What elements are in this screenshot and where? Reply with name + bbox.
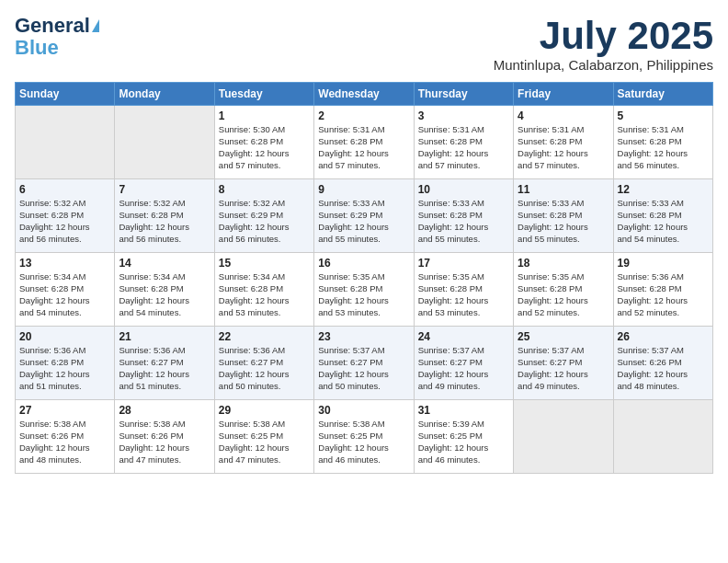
month-title: July 2025	[494, 15, 713, 57]
weekday-header: Thursday	[414, 83, 513, 106]
day-info: Sunrise: 5:39 AM Sunset: 6:25 PM Dayligh…	[418, 419, 509, 465]
weekday-header-row: SundayMondayTuesdayWednesdayThursdayFrid…	[16, 83, 713, 106]
calendar-cell: 8Sunrise: 5:32 AM Sunset: 6:29 PM Daylig…	[214, 179, 313, 253]
calendar-cell: 28Sunrise: 5:38 AM Sunset: 6:26 PM Dayli…	[115, 400, 214, 474]
day-number: 24	[418, 330, 509, 343]
calendar-cell: 3Sunrise: 5:31 AM Sunset: 6:28 PM Daylig…	[414, 106, 513, 179]
calendar-cell	[115, 106, 214, 179]
calendar-cell: 31Sunrise: 5:39 AM Sunset: 6:25 PM Dayli…	[414, 400, 513, 474]
calendar-cell	[16, 106, 115, 179]
calendar-cell: 21Sunrise: 5:36 AM Sunset: 6:27 PM Dayli…	[115, 327, 214, 400]
day-info: Sunrise: 5:32 AM Sunset: 6:28 PM Dayligh…	[19, 198, 110, 245]
day-number: 18	[518, 257, 609, 270]
calendar-week-row: 27Sunrise: 5:38 AM Sunset: 6:26 PM Dayli…	[16, 400, 713, 474]
day-number: 7	[119, 183, 210, 196]
calendar-week-row: 13Sunrise: 5:34 AM Sunset: 6:28 PM Dayli…	[16, 253, 713, 327]
day-number: 30	[318, 404, 409, 417]
day-info: Sunrise: 5:34 AM Sunset: 6:28 PM Dayligh…	[119, 271, 210, 318]
day-info: Sunrise: 5:35 AM Sunset: 6:28 PM Dayligh…	[318, 271, 409, 318]
calendar-cell: 11Sunrise: 5:33 AM Sunset: 6:28 PM Dayli…	[514, 179, 613, 253]
calendar-week-row: 6Sunrise: 5:32 AM Sunset: 6:28 PM Daylig…	[16, 179, 713, 253]
day-number: 17	[418, 257, 509, 270]
day-number: 1	[219, 109, 310, 122]
calendar-cell: 10Sunrise: 5:33 AM Sunset: 6:28 PM Dayli…	[414, 179, 513, 253]
day-number: 27	[19, 404, 110, 417]
day-number: 12	[618, 183, 709, 196]
day-number: 21	[119, 330, 210, 343]
day-number: 20	[19, 330, 110, 343]
calendar-cell: 6Sunrise: 5:32 AM Sunset: 6:28 PM Daylig…	[16, 179, 115, 253]
calendar-table: SundayMondayTuesdayWednesdayThursdayFrid…	[15, 82, 713, 474]
day-number: 14	[119, 257, 210, 270]
calendar-cell: 29Sunrise: 5:38 AM Sunset: 6:25 PM Dayli…	[214, 400, 313, 474]
day-number: 5	[618, 109, 709, 122]
calendar-cell: 13Sunrise: 5:34 AM Sunset: 6:28 PM Dayli…	[16, 253, 115, 327]
day-info: Sunrise: 5:32 AM Sunset: 6:29 PM Dayligh…	[219, 198, 310, 245]
calendar-week-row: 1Sunrise: 5:30 AM Sunset: 6:28 PM Daylig…	[16, 106, 713, 179]
day-number: 9	[318, 183, 409, 196]
location: Muntinlupa, Calabarzon, Philippines	[494, 57, 713, 73]
day-number: 31	[418, 404, 509, 417]
calendar-cell: 5Sunrise: 5:31 AM Sunset: 6:28 PM Daylig…	[613, 106, 712, 179]
calendar-cell: 18Sunrise: 5:35 AM Sunset: 6:28 PM Dayli…	[514, 253, 613, 327]
day-number: 23	[318, 330, 409, 343]
day-info: Sunrise: 5:36 AM Sunset: 6:27 PM Dayligh…	[119, 345, 210, 392]
day-number: 10	[418, 183, 509, 196]
title-block: July 2025 Muntinlupa, Calabarzon, Philip…	[494, 15, 713, 73]
day-number: 16	[318, 257, 409, 270]
calendar-cell: 22Sunrise: 5:36 AM Sunset: 6:27 PM Dayli…	[214, 327, 313, 400]
day-info: Sunrise: 5:37 AM Sunset: 6:27 PM Dayligh…	[318, 345, 409, 392]
day-info: Sunrise: 5:36 AM Sunset: 6:27 PM Dayligh…	[219, 345, 310, 392]
day-number: 19	[618, 257, 709, 270]
logo-text-general: General	[15, 15, 90, 37]
day-info: Sunrise: 5:35 AM Sunset: 6:28 PM Dayligh…	[418, 271, 509, 318]
logo-triangle-icon	[92, 19, 99, 32]
day-info: Sunrise: 5:30 AM Sunset: 6:28 PM Dayligh…	[219, 124, 310, 171]
day-info: Sunrise: 5:38 AM Sunset: 6:25 PM Dayligh…	[318, 419, 409, 465]
day-number: 3	[418, 109, 509, 122]
day-number: 4	[518, 109, 609, 122]
calendar-cell: 16Sunrise: 5:35 AM Sunset: 6:28 PM Dayli…	[314, 253, 414, 327]
calendar-week-row: 20Sunrise: 5:36 AM Sunset: 6:28 PM Dayli…	[16, 327, 713, 400]
day-info: Sunrise: 5:37 AM Sunset: 6:27 PM Dayligh…	[518, 345, 609, 392]
day-info: Sunrise: 5:33 AM Sunset: 6:28 PM Dayligh…	[618, 198, 709, 245]
calendar-cell: 17Sunrise: 5:35 AM Sunset: 6:28 PM Dayli…	[414, 253, 513, 327]
calendar-cell: 1Sunrise: 5:30 AM Sunset: 6:28 PM Daylig…	[214, 106, 313, 179]
day-info: Sunrise: 5:31 AM Sunset: 6:28 PM Dayligh…	[318, 124, 409, 171]
day-info: Sunrise: 5:36 AM Sunset: 6:28 PM Dayligh…	[19, 345, 110, 392]
day-info: Sunrise: 5:37 AM Sunset: 6:26 PM Dayligh…	[618, 345, 709, 392]
calendar-cell	[613, 400, 712, 474]
day-info: Sunrise: 5:37 AM Sunset: 6:27 PM Dayligh…	[418, 345, 509, 392]
calendar-cell: 24Sunrise: 5:37 AM Sunset: 6:27 PM Dayli…	[414, 327, 513, 400]
calendar-cell: 23Sunrise: 5:37 AM Sunset: 6:27 PM Dayli…	[314, 327, 414, 400]
day-number: 6	[19, 183, 110, 196]
calendar-cell: 27Sunrise: 5:38 AM Sunset: 6:26 PM Dayli…	[16, 400, 115, 474]
logo: General Blue	[15, 15, 99, 59]
day-info: Sunrise: 5:35 AM Sunset: 6:28 PM Dayligh…	[518, 271, 609, 318]
calendar-cell: 30Sunrise: 5:38 AM Sunset: 6:25 PM Dayli…	[314, 400, 414, 474]
day-info: Sunrise: 5:31 AM Sunset: 6:28 PM Dayligh…	[518, 124, 609, 171]
weekday-header: Sunday	[16, 83, 115, 106]
weekday-header: Wednesday	[314, 83, 414, 106]
calendar-cell: 7Sunrise: 5:32 AM Sunset: 6:28 PM Daylig…	[115, 179, 214, 253]
day-info: Sunrise: 5:38 AM Sunset: 6:26 PM Dayligh…	[19, 419, 110, 465]
day-number: 2	[318, 109, 409, 122]
weekday-header: Tuesday	[214, 83, 313, 106]
day-info: Sunrise: 5:32 AM Sunset: 6:28 PM Dayligh…	[119, 198, 210, 245]
weekday-header: Monday	[115, 83, 214, 106]
day-info: Sunrise: 5:36 AM Sunset: 6:28 PM Dayligh…	[618, 271, 709, 318]
weekday-header: Friday	[514, 83, 613, 106]
calendar-cell: 26Sunrise: 5:37 AM Sunset: 6:26 PM Dayli…	[613, 327, 712, 400]
calendar-cell: 25Sunrise: 5:37 AM Sunset: 6:27 PM Dayli…	[514, 327, 613, 400]
day-info: Sunrise: 5:33 AM Sunset: 6:28 PM Dayligh…	[418, 198, 509, 245]
calendar-cell: 4Sunrise: 5:31 AM Sunset: 6:28 PM Daylig…	[514, 106, 613, 179]
calendar-cell: 15Sunrise: 5:34 AM Sunset: 6:28 PM Dayli…	[214, 253, 313, 327]
day-info: Sunrise: 5:31 AM Sunset: 6:28 PM Dayligh…	[618, 124, 709, 171]
day-number: 22	[219, 330, 310, 343]
calendar-cell: 14Sunrise: 5:34 AM Sunset: 6:28 PM Dayli…	[115, 253, 214, 327]
day-info: Sunrise: 5:31 AM Sunset: 6:28 PM Dayligh…	[418, 124, 509, 171]
day-info: Sunrise: 5:33 AM Sunset: 6:29 PM Dayligh…	[318, 198, 409, 245]
calendar-cell: 9Sunrise: 5:33 AM Sunset: 6:29 PM Daylig…	[314, 179, 414, 253]
day-number: 25	[518, 330, 609, 343]
day-number: 28	[119, 404, 210, 417]
